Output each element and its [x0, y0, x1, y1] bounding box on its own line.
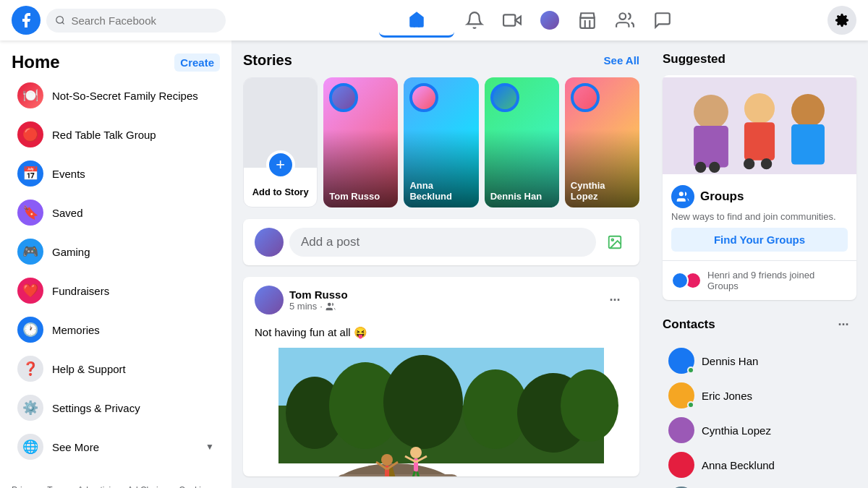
post-card: Tom Russo 5 mins · ··· Not having fun at… [243, 277, 639, 476]
sidebar-item-label: Fundraisers [52, 285, 109, 297]
groups-content: Groups New ways to find and join communi… [663, 176, 856, 260]
story-name: Dennis Han [490, 191, 553, 202]
svg-point-58 [761, 158, 772, 169]
svg-point-49 [694, 95, 728, 129]
sidebar: Home Create 🍽️ Not-So-Secret Family Reci… [0, 40, 231, 488]
post-image-svg [243, 348, 639, 476]
contact-avatar [668, 417, 694, 443]
bell-icon [465, 11, 484, 30]
add-story-label: Add to Story [252, 187, 309, 197]
groups-description: New ways to find and join communities. [671, 211, 848, 222]
shop-icon [578, 11, 597, 30]
right-panel: Suggested [651, 40, 868, 488]
stories-row: + Add to Story Tom Russo Anna Becklun [243, 77, 639, 207]
svg-point-16 [383, 355, 463, 449]
sidebar-item-label: Memories [52, 324, 100, 336]
sidebar-item-red-table[interactable]: 🔴 Red Table Talk Group [6, 116, 226, 153]
contact-item[interactable]: Cynthia Lopez [663, 413, 856, 448]
search-input[interactable] [71, 14, 217, 27]
contact-item[interactable]: Anna Becklund [663, 448, 856, 482]
contacts-header: Contacts ··· [663, 312, 856, 338]
contact-item[interactable]: Aiden Brown [663, 482, 856, 488]
photo-video-btn[interactable] [602, 229, 628, 255]
nav-shop-btn[interactable] [570, 3, 605, 38]
contacts-title: Contacts [663, 317, 715, 332]
groups-people-icon [676, 190, 689, 203]
sidebar-item-label: Saved [52, 207, 83, 219]
post-author-avatar [255, 286, 284, 314]
friends-joined-row: Henri and 9 friends joined Groups [663, 260, 856, 300]
svg-rect-52 [744, 122, 775, 160]
sidebar-item-events[interactable]: 📅 Events [6, 155, 226, 192]
groups-banner [663, 75, 856, 176]
sidebar-item-see-more[interactable]: 🌐 See More ▼ [6, 428, 226, 466]
sidebar-item-family-recipes[interactable]: 🍽️ Not-So-Secret Family Recipes [6, 77, 226, 114]
svg-point-19 [561, 369, 618, 442]
nav-profile-btn[interactable] [532, 3, 567, 38]
sidebar-item-label: See More [52, 441, 197, 453]
friends-icon [326, 301, 336, 312]
sidebar-item-label: Help & Support [52, 363, 126, 375]
photo-icon [607, 234, 623, 250]
suggested-title: Suggested [663, 52, 856, 67]
settings-icon [835, 13, 849, 27]
svg-point-56 [709, 162, 720, 173]
svg-marker-2 [515, 17, 521, 25]
settings-btn[interactable] [827, 6, 856, 35]
sidebar-item-saved[interactable]: 🔖 Saved [6, 194, 226, 231]
friend-avatar-1 [671, 272, 689, 289]
sidebar-footer: Privacy · Terms · Advertising · Ad Choic… [0, 471, 231, 488]
svg-point-51 [744, 93, 775, 124]
contact-avatar [668, 348, 694, 374]
friends-joined-text: Henri and 9 friends joined Groups [707, 270, 848, 291]
sidebar-item-help[interactable]: ❓ Help & Support [6, 350, 226, 388]
top-nav [0, 0, 868, 40]
nav-home-btn[interactable] [379, 3, 454, 38]
groups-icon [671, 185, 694, 208]
people-icon [616, 11, 634, 30]
post-header: Tom Russo 5 mins · ··· [243, 277, 639, 323]
nav-left [12, 6, 243, 35]
svg-point-11 [328, 302, 331, 306]
sidebar-item-fundraisers[interactable]: ❤️ Fundraisers [6, 272, 226, 309]
nav-messenger-btn[interactable] [645, 3, 680, 38]
find-groups-button[interactable]: Find Your Groups [671, 228, 848, 252]
see-more-icon: 🌐 [17, 434, 43, 460]
stories-section: Stories See All + Add to Story To [243, 52, 639, 207]
svg-point-53 [791, 94, 825, 127]
story-cynthia-lopez[interactable]: Cynthia Lopez [565, 77, 639, 207]
see-all-button[interactable]: See All [604, 54, 639, 67]
nav-bell-btn[interactable] [457, 3, 492, 38]
sidebar-item-gaming[interactable]: 🎮 Gaming [6, 233, 226, 270]
sidebar-item-label: Events [52, 168, 85, 180]
add-post-card: Add a post [243, 219, 639, 265]
add-story-card[interactable]: + Add to Story [243, 77, 318, 207]
add-post-input[interactable]: Add a post [289, 228, 596, 257]
story-avatar [329, 83, 358, 112]
suggested-section: Suggested [663, 52, 856, 300]
story-tom-russo[interactable]: Tom Russo [323, 77, 398, 207]
nav-people-btn[interactable] [608, 3, 642, 38]
contact-item[interactable]: Eric Jones [663, 378, 856, 413]
svg-point-10 [611, 239, 613, 241]
feed: Stories See All + Add to Story To [231, 40, 651, 488]
post-more-btn[interactable]: ··· [602, 287, 628, 313]
post-author-name[interactable]: Tom Russo [289, 288, 348, 301]
groups-card: Groups New ways to find and join communi… [663, 75, 856, 300]
sidebar-item-memories[interactable]: 🕐 Memories [6, 311, 226, 348]
sidebar-item-settings[interactable]: ⚙️ Settings & Privacy [6, 389, 226, 427]
create-button[interactable]: Create [174, 53, 220, 72]
story-dennis-han[interactable]: Dennis Han [485, 77, 559, 207]
nav-video-btn[interactable] [495, 3, 529, 38]
contact-item[interactable]: Dennis Han [663, 343, 856, 378]
groups-name: Groups [700, 189, 744, 204]
events-icon: 📅 [17, 160, 43, 187]
facebook-logo[interactable] [12, 6, 41, 35]
settings-privacy-icon: ⚙️ [17, 395, 43, 421]
search-bar[interactable] [46, 9, 226, 33]
post-author-info: Tom Russo 5 mins · [255, 286, 348, 314]
story-name: Anna Becklund [409, 180, 472, 202]
home-icon [407, 10, 426, 29]
contacts-more-btn[interactable]: ··· [830, 312, 856, 338]
story-anna-becklund[interactable]: Anna Becklund [404, 77, 478, 207]
